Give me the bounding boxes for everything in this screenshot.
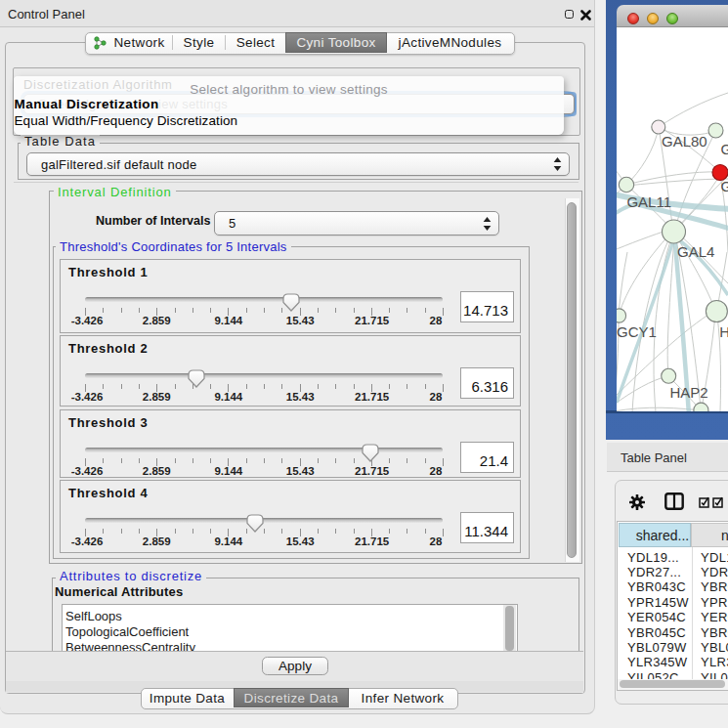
svg-text:H: H — [719, 323, 728, 340]
svg-text:GAL11: GAL11 — [626, 193, 671, 210]
svg-text:G: G — [721, 178, 728, 194]
svg-text:GAL80: GAL80 — [662, 133, 707, 150]
svg-text:GCY1: GCY1 — [617, 323, 657, 340]
svg-text:HAP2: HAP2 — [670, 384, 708, 401]
svg-text:GA: GA — [721, 141, 728, 157]
svg-text:GAL4: GAL4 — [677, 243, 714, 260]
